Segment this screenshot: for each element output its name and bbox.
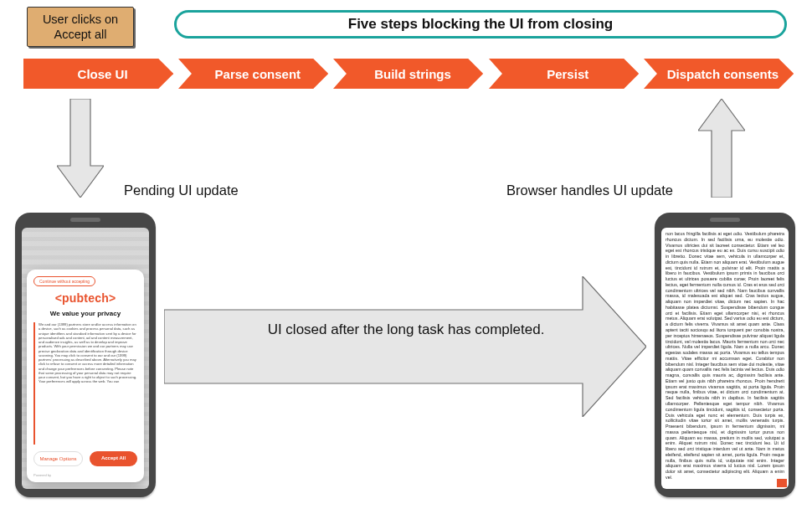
arrow-right-icon [164,276,646,417]
arrow-up-icon [698,99,745,198]
pubtech-logo: <pubtech> [55,291,116,305]
step-label: Dispatch consents [644,59,794,89]
phone-before: Continue without accepting <pubtech> We … [15,213,156,497]
modal-headline: We value your privacy [50,310,121,317]
step-dispatch-consents: Dispatch consents [644,59,794,89]
user-action-box: User clicks on Accept all [27,7,134,47]
phone-after-screen: non lacus fringilla facilisis at eget od… [661,228,789,489]
consent-modal: Continue without accepting <pubtech> We … [27,270,144,482]
article-text: non lacus fringilla facilisis at eget od… [666,231,784,486]
user-action-text: User clicks on Accept all [33,12,128,42]
svg-marker-5 [57,99,104,198]
phone-after: non lacus fringilla facilisis at eget od… [655,213,795,497]
manage-options-button[interactable]: Manage Options [33,451,83,466]
step-label: Build strings [333,59,483,89]
steps-row: Close UI Parse consent Build strings Per… [23,59,794,89]
pending-update-label: Pending UI update [124,183,239,198]
continue-without-accepting-link[interactable]: Continue without accepting [33,276,95,286]
modal-body-text: We and our (1399) partners store and/or … [33,322,137,445]
step-label: Parse consent [178,59,328,89]
headline-text: Five steps blocking the UI from closing [348,16,613,33]
powered-by-label: Powered by [33,473,137,477]
step-build-strings: Build strings [333,59,483,89]
step-label: Close UI [23,59,173,89]
step-persist: Persist [489,59,639,89]
corner-flag-icon [777,479,787,487]
step-close-ui: Close UI [23,59,173,89]
browser-handles-label: Browser handles UI update [506,183,673,198]
step-label: Persist [489,59,639,89]
svg-marker-7 [164,276,646,417]
step-parse-consent: Parse consent [178,59,328,89]
arrow-down-icon [57,99,104,198]
svg-marker-6 [698,99,745,198]
blocking-steps-headline: Five steps blocking the UI from closing [174,10,787,39]
modal-button-row: Manage Options Accept All [33,451,137,466]
center-message: UI closed after the long task has comple… [230,321,582,338]
phone-before-screen: Continue without accepting <pubtech> We … [22,228,149,489]
accept-all-button[interactable]: Accept All [90,451,137,466]
